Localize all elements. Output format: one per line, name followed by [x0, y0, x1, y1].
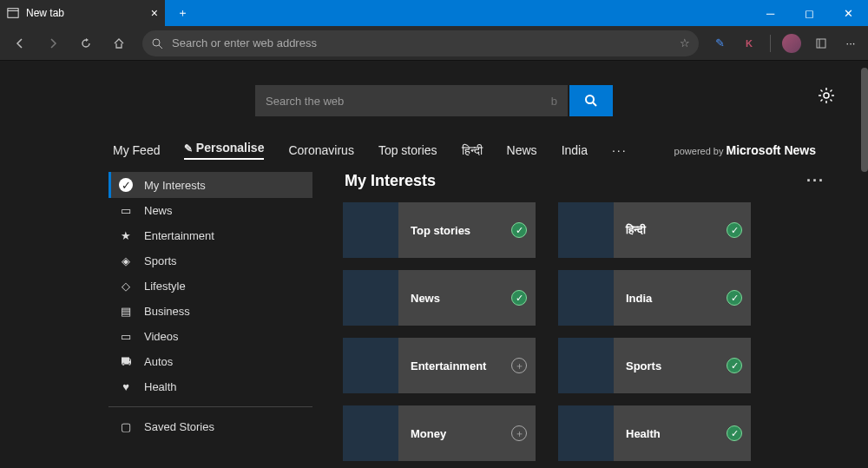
- sidebar-item-label: Videos: [144, 330, 179, 343]
- feed-nav: My Feed Personalise Coronavirus Top stor…: [0, 132, 868, 172]
- nav-back-button[interactable]: [5, 29, 35, 58]
- browser-toolbar: Search or enter web address ☆ ✎ K ···: [0, 26, 868, 61]
- web-search-input[interactable]: Search the web b: [255, 85, 568, 116]
- sidebar-item-label: Sports: [144, 254, 177, 267]
- edit-icon[interactable]: ✎: [707, 31, 732, 56]
- feed-tab-topstories[interactable]: Top stories: [378, 143, 437, 157]
- search-placeholder: Search the web: [266, 95, 344, 108]
- sidebar-icon: ♥: [119, 380, 133, 393]
- sidebar-icon: ▤: [119, 305, 133, 318]
- feed-tab-india[interactable]: India: [562, 143, 588, 157]
- sidebar-icon: ▭: [119, 204, 133, 217]
- svg-point-2: [153, 39, 160, 46]
- scrollbar[interactable]: [861, 68, 868, 172]
- tab-close-icon[interactable]: ×: [151, 6, 158, 20]
- card-thumb: [558, 405, 614, 461]
- window-minimize-button[interactable]: ─: [751, 0, 790, 26]
- svg-rect-0: [8, 9, 18, 18]
- interest-card-sports[interactable]: Sports✓: [558, 338, 751, 393]
- interests-sidebar: ✓My Interests▭News★Entertainment◈Sports◇…: [108, 172, 312, 461]
- powered-by-label: powered by Microsoft News: [674, 143, 816, 157]
- feed-tab-coronavirus[interactable]: Coronavirus: [288, 143, 353, 157]
- window-maximize-button[interactable]: ◻: [790, 0, 829, 26]
- web-search-button[interactable]: [569, 85, 613, 116]
- profile-letter-badge[interactable]: K: [737, 31, 761, 56]
- window-close-button[interactable]: ✕: [829, 0, 868, 26]
- search-icon: [151, 37, 163, 49]
- interest-card-money[interactable]: Money＋: [343, 405, 536, 461]
- profile-avatar[interactable]: [779, 31, 804, 56]
- favorite-icon[interactable]: ☆: [680, 36, 690, 49]
- card-thumb: [343, 202, 398, 258]
- sidebar-icon: ◇: [119, 280, 133, 293]
- tab-title: New tab: [26, 7, 64, 19]
- svg-line-3: [159, 45, 162, 49]
- svg-line-11: [831, 100, 832, 102]
- address-placeholder: Search or enter web address: [172, 36, 317, 49]
- sidebar-item-label: Saved Stories: [144, 420, 214, 433]
- card-thumb: [558, 270, 614, 326]
- sidebar-icon: ⛟: [119, 355, 133, 368]
- bookmark-icon: ▢: [119, 420, 133, 433]
- page-icon: [7, 7, 19, 19]
- collections-icon[interactable]: [809, 31, 833, 56]
- sidebar-item-label: Health: [144, 380, 177, 393]
- sidebar-item-videos[interactable]: ▭Videos: [108, 324, 312, 349]
- sidebar-item-news[interactable]: ▭News: [108, 198, 312, 223]
- window-titlebar: New tab × ＋ ─ ◻ ✕: [0, 0, 868, 26]
- sidebar-item-autos[interactable]: ⛟Autos: [108, 349, 312, 374]
- sidebar-item-my-interests[interactable]: ✓My Interests: [108, 172, 312, 198]
- menu-icon[interactable]: ···: [838, 31, 863, 56]
- interest-card-top-stories[interactable]: Top stories✓: [343, 202, 536, 258]
- separator: [770, 35, 771, 52]
- check-icon: ✓: [727, 358, 742, 373]
- interest-card-india[interactable]: India✓: [558, 270, 751, 326]
- svg-line-10: [821, 90, 823, 92]
- interest-grid: Top stories✓हिन्दी✓News✓India✓Entertainm…: [343, 202, 842, 461]
- sidebar-item-label: Entertainment: [144, 229, 214, 242]
- svg-line-15: [593, 102, 596, 106]
- sidebar-item-label: Autos: [144, 355, 173, 368]
- nav-forward-button[interactable]: [38, 29, 68, 58]
- page-settings-icon[interactable]: [818, 87, 835, 104]
- browser-tab[interactable]: New tab ×: [0, 0, 165, 26]
- panel-more-icon[interactable]: ···: [806, 172, 825, 190]
- check-icon: ✓: [511, 222, 527, 238]
- card-thumb: [343, 270, 398, 326]
- new-tab-button[interactable]: ＋: [165, 0, 200, 26]
- sidebar-item-label: Business: [144, 305, 190, 318]
- sidebar-item-lifestyle[interactable]: ◇Lifestyle: [108, 274, 312, 299]
- interest-card-health[interactable]: Health✓: [558, 405, 751, 461]
- card-thumb: [343, 405, 398, 461]
- check-icon: ✓: [727, 425, 742, 441]
- sidebar-item-health[interactable]: ♥Health: [108, 374, 312, 399]
- add-icon: ＋: [511, 358, 527, 373]
- check-icon: ✓: [727, 222, 742, 238]
- interest-card-news[interactable]: News✓: [343, 270, 536, 326]
- card-thumb: [558, 202, 614, 258]
- nav-home-button[interactable]: [104, 29, 134, 58]
- interest-card-entertainment[interactable]: Entertainment＋: [343, 338, 536, 393]
- sidebar-item-business[interactable]: ▤Business: [108, 299, 312, 324]
- sidebar-item-label: Lifestyle: [144, 280, 186, 293]
- feed-tab-more[interactable]: ···: [612, 143, 628, 157]
- add-icon: ＋: [511, 425, 527, 441]
- check-icon: ✓: [511, 290, 527, 306]
- svg-line-13: [831, 90, 832, 92]
- address-bar[interactable]: Search or enter web address ☆: [142, 30, 699, 56]
- card-thumb: [343, 338, 398, 393]
- sidebar-item-entertainment[interactable]: ★Entertainment: [108, 223, 312, 248]
- sidebar-item-sports[interactable]: ◈Sports: [108, 248, 312, 274]
- feed-tab-hindi[interactable]: हिन्दी: [462, 143, 483, 158]
- interest-card-हिन्दी[interactable]: हिन्दी✓: [558, 202, 751, 258]
- nav-refresh-button[interactable]: [71, 29, 101, 58]
- feed-tab-news[interactable]: News: [507, 143, 537, 157]
- feed-tab-personalise[interactable]: Personalise: [184, 141, 264, 160]
- sidebar-divider: [108, 406, 312, 407]
- sidebar-icon: ▭: [119, 330, 133, 343]
- svg-point-14: [586, 96, 594, 103]
- sidebar-item-saved[interactable]: ▢ Saved Stories: [108, 414, 312, 439]
- feed-tab-myfeed[interactable]: My Feed: [113, 143, 160, 157]
- svg-point-5: [824, 93, 829, 98]
- bing-icon: b: [551, 95, 557, 108]
